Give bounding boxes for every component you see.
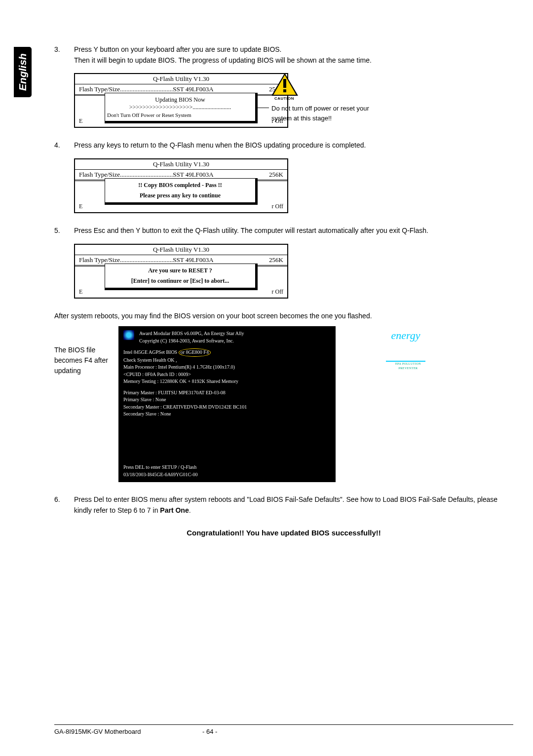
qflash-below-right-2: r Off: [272, 203, 283, 210]
qflash-inner-updating: Updating BIOS Now >>>>>>>>>>>>>>>>>>>...…: [105, 93, 258, 123]
caution-icon: [271, 73, 299, 98]
qflash-flash-size-2: 256K: [269, 171, 283, 179]
caution-block: CAUTION Do not turn off power or reset y…: [271, 73, 410, 99]
after-reboot-text: After system reboots, you may find the B…: [54, 311, 513, 322]
qflash-flash-type-2: Flash Type/Size.........................…: [79, 171, 214, 179]
boot-line4: <CPUID : 0F0A Patch ID : 0009>: [123, 371, 331, 378]
step-6-tail: .: [189, 506, 191, 514]
language-tab-label: English: [17, 53, 29, 91]
qflash-inner-reset: Are you sure to RESET ? [Enter] to conti…: [105, 264, 258, 290]
step-3-text: Press Y button on your keyboard after yo…: [74, 44, 513, 66]
boot-line9: Secondary Slave : None: [123, 411, 331, 418]
energy-star-logo: energy EPA POLLUTION PREVENTER: [386, 330, 430, 370]
boot-line8: Secondary Master : CREATIVEDVD-RM DVD124…: [123, 404, 331, 411]
boot-label: The BIOS file becomes F4 after updating: [54, 326, 118, 482]
step-6-line1: Press Del to enter BIOS menu after syste…: [74, 495, 497, 514]
boot-version-circle: or 8GE800 F4: [179, 348, 211, 357]
step-5: 5. Press Esc and then Y button to exit t…: [54, 226, 513, 236]
page-content: 3. Press Y button on your keyboard after…: [54, 44, 513, 537]
language-tab: English: [14, 47, 32, 97]
boot-row: The BIOS file becomes F4 after updating …: [54, 326, 513, 482]
page-footer: GA-8I915MK-GV Motherboard - 64 -: [54, 724, 513, 735]
qflash-reset-text: Are you sure to RESET ?: [107, 267, 253, 274]
caution-label: CAUTION: [274, 96, 294, 101]
boot-header: Award Modular BIOS v6.00PG, An Energy St…: [139, 330, 331, 344]
energy-star-sub: EPA POLLUTION PREVENTER: [386, 362, 430, 370]
qflash-completed-text: !! Copy BIOS completed - Pass !!: [107, 182, 253, 189]
boot-screen: Award Modular BIOS v6.00PG, An Energy St…: [118, 326, 336, 482]
step-6-bold: Part One: [160, 506, 189, 514]
qflash-box-updating: Q-Flash Utility V1.30 Flash Type/Size...…: [74, 73, 288, 128]
boot-footer: Press DEL to enter SETUP / Q-Flash 03/18…: [123, 464, 198, 478]
step-6: 6. Press Del to enter BIOS menu after sy…: [54, 494, 513, 516]
boot-hdr2: Copyright (C) 1984-2003, Award Software,…: [139, 338, 331, 345]
qflash-progress-text: >>>>>>>>>>>>>>>>>>>.....................…: [107, 104, 253, 111]
boot-line2: Check System Health OK ,: [123, 357, 331, 364]
qflash-box-reset: Q-Flash Utility V1.30 Flash Type/Size...…: [74, 244, 288, 299]
qflash-warn-text: Don't Turn Off Power or Reset System: [107, 112, 253, 118]
qflash-flash-type-3: Flash Type/Size.........................…: [79, 256, 214, 264]
energy-star-icon: energy: [386, 330, 425, 362]
qflash-flash-type: Flash Type/Size.........................…: [79, 85, 214, 93]
step-5-text: Press Esc and then Y button to exit the …: [74, 226, 513, 236]
boot-foot2: 03/18/2003-I845GE-6A69YG01C-00: [123, 471, 198, 479]
congratulation-text: Congratulation!! You have updated BIOS s…: [54, 529, 513, 537]
qflash-below-left-2: E: [79, 203, 82, 210]
qflash-below-left: E: [79, 117, 82, 125]
qflash-reset-hint: [Enter] to continure or [Esc] to abort..…: [107, 277, 253, 285]
step-4-text: Press any keys to return to the Q-Flash …: [74, 140, 513, 151]
caution-text: Do not turn off power or reset your syst…: [271, 104, 370, 123]
qflash-updating-text: Updating BIOS Now: [107, 96, 253, 104]
qflash-box-completed: Q-Flash Utility V1.30 Flash Type/Size...…: [74, 158, 288, 213]
boot-hdr1: Award Modular BIOS v6.00PG, An Energy St…: [139, 330, 331, 338]
step-3: 3. Press Y button on your keyboard after…: [54, 44, 513, 66]
boot-line3: Main Processor : Intel Pentium(R) 4 1.7G…: [123, 364, 331, 371]
qflash-title-3: Q-Flash Utility V1.30: [75, 245, 287, 255]
step-3-line2: Then it will begin to update BIOS. The p…: [74, 56, 372, 64]
qflash-title-2: Q-Flash Utility V1.30: [75, 159, 287, 169]
footer-model: GA-8I915MK-GV Motherboard: [54, 728, 202, 735]
step-4-number: 4.: [54, 140, 74, 151]
step-5-number: 5.: [54, 226, 74, 236]
qflash-press-key-text: Please press any key to continue: [107, 192, 253, 199]
qflash-title: Q-Flash Utility V1.30: [75, 74, 287, 84]
step-6-text: Press Del to enter BIOS menu after syste…: [74, 494, 513, 516]
qflash-below-right-3: r Off: [272, 288, 283, 296]
footer-page: - 64 -: [202, 728, 242, 735]
step-6-number: 6.: [54, 494, 74, 516]
qflash-flash-size-3: 256K: [269, 256, 283, 264]
boot-line1: Intel 845GE AGPSet BIOS or 8GE800 F4: [123, 348, 331, 357]
qflash-below-left-3: E: [79, 288, 82, 296]
boot-line6: Primary Master : FUJITSU MPE3170AT ED-03…: [123, 389, 331, 397]
qflash-body-3: Are you sure to RESET ? [Enter] to conti…: [75, 266, 287, 298]
boot-line5: Memory Testing : 122880K OK + 8192K Shar…: [123, 378, 331, 385]
qflash-inner-completed: !! Copy BIOS completed - Pass !! Please …: [105, 178, 258, 205]
boot-line7: Primary Slave : None: [123, 396, 331, 404]
boot-line1a: Intel 845GE AGPSet BIOS: [123, 349, 179, 355]
award-logo-icon: [123, 330, 134, 340]
step-3-line1: Press Y button on your keyboard after yo…: [74, 45, 282, 53]
boot-foot1: Press DEL to enter SETUP / Q-Flash: [123, 464, 198, 471]
step-3-number: 3.: [54, 44, 74, 66]
boot-main: Intel 845GE AGPSet BIOS or 8GE800 F4 Che…: [123, 348, 331, 418]
step-4: 4. Press any keys to return to the Q-Fla…: [54, 140, 513, 151]
qflash-body-2: !! Copy BIOS completed - Pass !! Please …: [75, 181, 287, 212]
qflash-body: Updating BIOS Now >>>>>>>>>>>>>>>>>>>...…: [75, 96, 287, 127]
qflash-row-1: Q-Flash Utility V1.30 Flash Type/Size...…: [54, 73, 513, 128]
